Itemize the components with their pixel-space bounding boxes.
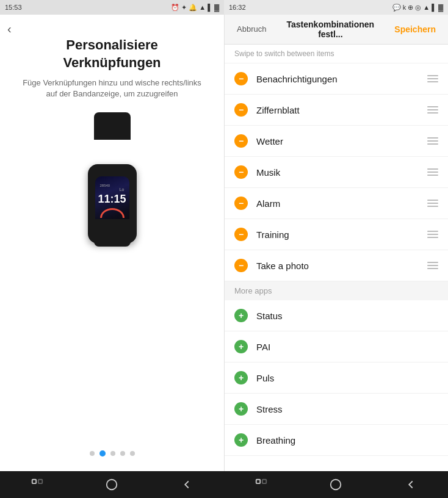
drag-handle[interactable] (427, 106, 438, 114)
item-label-status: Status (256, 311, 438, 321)
right-status-icons: 💬 k ⊕ ◎ ▲ ▌ ▓ (392, 4, 443, 12)
list-item[interactable]: − Wetter (225, 126, 448, 157)
svg-rect-4 (262, 480, 266, 483)
list-item[interactable]: − Training (225, 219, 448, 250)
drag-handle[interactable] (427, 262, 438, 269)
bluetooth-icon: ✦ (181, 4, 187, 12)
screen-lo-label: Lo (120, 187, 125, 192)
watch-image: 28540 Lo 11:15 70 ♥ (70, 112, 155, 240)
item-label: Ziffernblatt (256, 105, 427, 115)
remove-icon[interactable]: − (234, 134, 248, 148)
list-item[interactable]: − Musik (225, 157, 448, 188)
list-section[interactable]: − Benachrichtigungen − Ziffernblatt − We… (225, 63, 448, 471)
right-time: 16:32 (229, 4, 246, 11)
screen-time: 11:15 (98, 193, 126, 206)
svg-point-2 (107, 480, 117, 490)
list-item-breathing[interactable]: + Breathing (225, 425, 448, 456)
left-subtitle: Füge Verknüpfungen hinzu und wische rech… (10, 78, 214, 99)
item-label: Benachrichtigungen (256, 74, 427, 84)
alarm-icon: ⏰ (171, 4, 179, 12)
signal-icon: ▌ (208, 4, 212, 11)
left-time: 15:53 (5, 4, 22, 11)
svg-rect-0 (32, 480, 36, 483)
item-label: Alarm (256, 198, 427, 209)
svg-rect-3 (256, 480, 260, 483)
bottom-nav (0, 471, 448, 498)
item-label-take-photo: Take a photo (256, 261, 427, 271)
add-icon[interactable]: + (234, 371, 248, 384)
right-panel: Abbruch Tastenkombinationen festl... Spe… (224, 15, 448, 471)
wifi-icon2: ▲ (423, 4, 430, 11)
item-label: Training (256, 229, 427, 240)
left-panel: ‹ PersonalisiereVerknüpfungen Füge Verkn… (0, 15, 224, 471)
svg-rect-1 (38, 480, 42, 483)
dot-5 (130, 451, 135, 456)
drag-handle[interactable] (427, 231, 438, 238)
battery-icon2: ▓ (438, 4, 443, 11)
android-icon: ⊕ (408, 4, 413, 12)
bell-icon: 🔔 (189, 4, 197, 12)
status-bars: 15:53 ⏰ ✦ 🔔 ▲ ▌ ▓ 16:32 💬 k ⊕ ◎ ▲ ▌ ▓ (0, 0, 448, 15)
add-icon[interactable]: + (234, 340, 248, 353)
list-item-stress[interactable]: + Stress (225, 394, 448, 425)
cancel-button[interactable]: Abbruch (232, 22, 271, 37)
screen-steps-label: 28540 (100, 184, 110, 187)
item-label-stress: Stress (256, 404, 438, 414)
drag-handle[interactable] (427, 75, 438, 82)
list-item-pai[interactable]: + PAI (225, 331, 448, 363)
drag-handle[interactable] (427, 168, 438, 176)
dot-2[interactable] (99, 450, 106, 457)
back-button[interactable]: ‹ (7, 22, 12, 36)
watch-band-bottom (94, 219, 131, 247)
item-label-puls: Puls (256, 373, 438, 383)
dot-3 (110, 451, 115, 456)
instagram-icon: ◎ (415, 4, 421, 12)
swipe-hint: Swipe to switch between items (225, 45, 448, 63)
left-status-bar: 15:53 ⏰ ✦ 🔔 ▲ ▌ ▓ (0, 0, 224, 15)
left-title: PersonalisiereVerknüpfungen (63, 37, 161, 71)
watch-band-top (94, 112, 131, 140)
k-icon: k (403, 4, 406, 11)
right-status-bar: 16:32 💬 k ⊕ ◎ ▲ ▌ ▓ (224, 0, 448, 15)
whatsapp-icon: 💬 (392, 4, 401, 12)
list-item-take-photo[interactable]: − Take a photo (225, 250, 448, 281)
list-item[interactable]: − Ziffernblatt (225, 95, 448, 126)
right-header: Abbruch Tastenkombinationen festl... Spe… (225, 15, 448, 45)
item-label-pai: PAI (256, 342, 438, 352)
remove-icon[interactable]: − (234, 197, 248, 210)
list-item-status[interactable]: + Status (225, 300, 448, 331)
add-icon[interactable]: + (234, 402, 248, 416)
dot-4 (120, 451, 125, 456)
battery-icon: ▓ (214, 4, 219, 11)
wifi-signal-icon: ▲ (199, 4, 206, 11)
remove-icon[interactable]: − (234, 259, 248, 272)
main-content: ‹ PersonalisiereVerknüpfungen Füge Verkn… (0, 15, 448, 471)
home-button-right[interactable] (323, 472, 348, 497)
home-button-left[interactable] (99, 472, 124, 497)
item-label: Musik (256, 167, 427, 178)
list-item[interactable]: − Alarm (225, 188, 448, 219)
remove-icon[interactable]: − (234, 228, 248, 241)
drag-handle[interactable] (427, 137, 438, 145)
dot-1 (90, 451, 95, 456)
save-button[interactable]: Speichern (389, 22, 441, 37)
add-icon[interactable]: + (234, 309, 248, 322)
list-item[interactable]: − Benachrichtigungen (225, 63, 448, 95)
left-status-icons: ⏰ ✦ 🔔 ▲ ▌ ▓ (171, 4, 219, 12)
back-button-right[interactable] (399, 472, 423, 497)
back-button-left[interactable] (175, 472, 199, 497)
recent-apps-button-right[interactable] (249, 472, 273, 497)
remove-icon[interactable]: − (234, 72, 248, 85)
svg-point-5 (331, 480, 341, 490)
list-item-puls[interactable]: + Puls (225, 363, 448, 394)
remove-icon[interactable]: − (234, 103, 248, 117)
page-dots (90, 450, 135, 457)
recent-apps-button-left[interactable] (25, 472, 49, 497)
signal-icon2: ▌ (432, 4, 436, 11)
remove-icon[interactable]: − (234, 165, 248, 179)
add-icon[interactable]: + (234, 433, 248, 447)
item-label: Wetter (256, 136, 427, 146)
header-title: Tastenkombinationen festl... (271, 20, 389, 39)
item-label-breathing: Breathing (256, 435, 438, 446)
drag-handle[interactable] (427, 200, 438, 207)
